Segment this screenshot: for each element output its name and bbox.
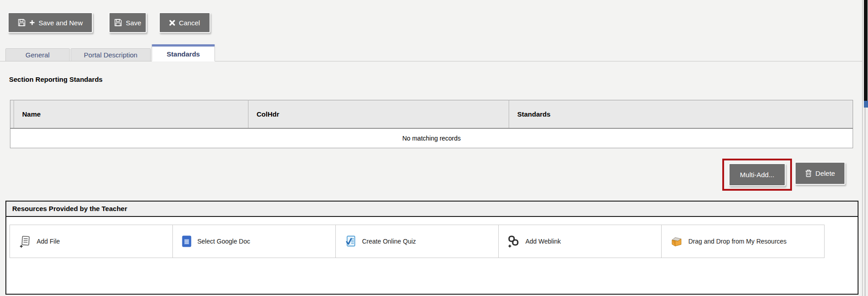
column-header-standards: Standards	[509, 100, 853, 128]
tab-standards[interactable]: Standards	[152, 44, 215, 61]
delete-button[interactable]: Delete	[795, 162, 845, 185]
page-title: Section Reporting Standards	[9, 75, 103, 83]
drag-drop-my-resources-target[interactable]: Drag and Drop from My Resources	[661, 225, 825, 258]
cancel-label: Cancel	[179, 19, 200, 27]
tab-standards-label: Standards	[167, 50, 200, 58]
create-online-quiz-button[interactable]: Create Online Quiz	[335, 225, 499, 258]
add-weblink-label: Add Weblink	[525, 238, 561, 245]
selector-column-header	[10, 100, 14, 128]
online-quiz-icon	[345, 235, 356, 247]
save-label: Save	[126, 19, 141, 27]
no-matching-records-message: No matching records	[10, 128, 853, 148]
resources-panel-title: Resources Provided by the Teacher	[6, 202, 858, 217]
add-file-label: Add File	[37, 238, 60, 245]
tab-general-label: General	[25, 51, 49, 59]
standards-table: Name ColHdr Standards No matching record…	[10, 100, 853, 148]
select-google-doc-button[interactable]: Select Google Doc	[172, 225, 336, 258]
resources-panel: Resources Provided by the Teacher Add Fi…	[5, 201, 858, 295]
save-and-new-button[interactable]: Save and New	[8, 12, 93, 33]
multi-add-button[interactable]: Multi-Add...	[729, 163, 786, 186]
plus-icon	[29, 20, 35, 25]
table-header-row: Name ColHdr Standards	[10, 100, 853, 128]
drag-drop-my-resources-label: Drag and Drop from My Resources	[688, 238, 787, 245]
vertical-scrollbar[interactable]	[862, 0, 868, 296]
resources-row: Add File Select Google Doc Create Online…	[10, 225, 858, 258]
save-icon	[114, 19, 122, 27]
cancel-button[interactable]: Cancel	[159, 12, 210, 33]
save-and-new-label: Save and New	[38, 19, 83, 27]
add-weblink-icon	[508, 235, 520, 248]
column-header-name: Name	[14, 100, 248, 128]
add-weblink-button[interactable]: Add Weblink	[498, 225, 662, 258]
add-file-icon	[19, 235, 31, 248]
tab-portal-description-label: Portal Description	[84, 51, 137, 59]
my-resources-icon	[671, 236, 682, 247]
save-icon	[18, 19, 26, 27]
save-button[interactable]: Save	[109, 12, 147, 33]
tab-portal-description[interactable]: Portal Description	[71, 48, 151, 61]
trash-icon	[805, 169, 812, 177]
scrollbar-thumb[interactable]	[864, 0, 868, 101]
delete-label: Delete	[816, 169, 835, 177]
tab-strip: General Portal Description Standards	[0, 44, 863, 61]
scrollbar-thumb-accent	[864, 101, 868, 108]
add-file-button[interactable]: Add File	[10, 225, 173, 258]
google-doc-icon	[182, 235, 191, 247]
empty-row: No matching records	[10, 128, 853, 148]
select-google-doc-label: Select Google Doc	[197, 238, 250, 245]
tab-general[interactable]: General	[5, 48, 70, 61]
create-online-quiz-label: Create Online Quiz	[362, 238, 416, 245]
multi-add-label: Multi-Add...	[740, 171, 774, 179]
multi-add-highlight-annotation: Multi-Add...	[722, 159, 792, 191]
close-icon	[169, 20, 175, 26]
scrollbar-track	[865, 108, 865, 296]
column-header-colhdr: ColHdr	[248, 100, 509, 128]
